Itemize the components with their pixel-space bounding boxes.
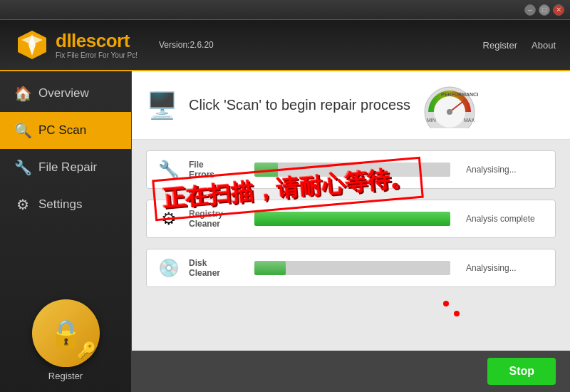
disk-status: Analysising... [459, 263, 544, 273]
file-errors-icon: 🔧 [157, 160, 180, 180]
sidebar-bottom: 🔒 🔑 Register [0, 289, 131, 392]
register-badge[interactable]: 🔒 🔑 [32, 299, 100, 367]
sidebar: 🏠 Overview 🔍 PC Scan 🔧 File Repair ⚙ Set… [0, 71, 132, 392]
minimize-button[interactable]: – [524, 4, 536, 16]
gear-icon: ⚙ [14, 196, 31, 213]
sidebar-item-file-repair[interactable]: 🔧 File Repair [0, 149, 131, 186]
home-icon: 🏠 [14, 85, 31, 102]
content-header: 🖥️ Click 'Scan' to begin repair process [132, 71, 570, 140]
disk-label: DiskCleaner [189, 258, 246, 278]
header-nav: Register About [483, 40, 556, 51]
svg-point-6 [447, 109, 452, 115]
dot-2 [454, 311, 460, 316]
logo-name: dllescort [56, 31, 138, 50]
sidebar-label-overview: Overview [38, 86, 89, 100]
registry-progress-bg: 100% [254, 212, 450, 226]
dot-1 [443, 301, 449, 306]
disk-progress-bg: 16% [254, 261, 450, 275]
logo-highlight: dll [56, 30, 76, 51]
registry-progress-container: 100% [254, 212, 450, 226]
scan-area: 正在扫描，请耐心等待。 🔧 FileErrors 12% Analysising… [132, 140, 570, 351]
disk-info: DiskCleaner [189, 258, 246, 278]
main-layout: 🏠 Overview 🔍 PC Scan 🔧 File Repair ⚙ Set… [0, 71, 570, 392]
logo-suffix: escort [76, 30, 130, 51]
header-version: Version:2.6.20 [159, 40, 214, 50]
register-label: Register [48, 371, 83, 381]
disk-progress-container: 16% [254, 261, 450, 275]
register-link[interactable]: Register [483, 40, 517, 51]
logo-area: dllescort Fix File Error For Your Pc! [14, 27, 138, 63]
wrench-icon: 🔧 [14, 159, 31, 176]
content-area: 🖥️ Click 'Scan' to begin repair process [132, 71, 570, 392]
about-link[interactable]: About [532, 40, 556, 51]
svg-text:PERFORMANCE: PERFORMANCE [441, 92, 478, 97]
maximize-button[interactable]: □ [539, 4, 550, 16]
monitor-icon: 🖥️ [146, 91, 178, 120]
performance-gauge: MIN MAX PERFORMANCE [421, 82, 478, 128]
sidebar-item-pc-scan[interactable]: 🔍 PC Scan [0, 112, 131, 149]
svg-text:MAX: MAX [464, 118, 475, 123]
key-icon: 🔑 [77, 341, 96, 360]
logo-icon [14, 27, 50, 63]
search-icon: 🔍 [14, 122, 31, 139]
registry-status: Analysis complete [459, 214, 544, 224]
sidebar-item-overview[interactable]: 🏠 Overview [0, 75, 131, 112]
logo-text-area: dllescort Fix File Error For Your Pc! [56, 31, 138, 59]
title-bar: – □ ✕ [0, 0, 570, 20]
close-button[interactable]: ✕ [553, 4, 564, 16]
sidebar-label-file-repair: File Repair [38, 160, 97, 175]
logo-tagline: Fix File Error For Your Pc! [56, 51, 138, 59]
sidebar-label-settings: Settings [38, 197, 82, 212]
stop-button[interactable]: Stop [487, 358, 556, 385]
scan-item-disk-cleaner: 💿 DiskCleaner 16% Analysising... [146, 249, 556, 287]
registry-progress-fill [254, 212, 450, 226]
sidebar-label-pc-scan: PC Scan [38, 123, 86, 138]
sidebar-item-settings[interactable]: ⚙ Settings [0, 186, 131, 223]
svg-text:MIN: MIN [427, 118, 436, 123]
header: dllescort Fix File Error For Your Pc! Ve… [0, 20, 570, 71]
file-errors-status: Analysising... [459, 165, 544, 175]
content-title: Click 'Scan' to begin repair process [189, 97, 410, 113]
disk-progress-fill [254, 261, 286, 275]
disk-icon: 💿 [157, 258, 180, 278]
bottom-bar: Stop [132, 351, 570, 392]
